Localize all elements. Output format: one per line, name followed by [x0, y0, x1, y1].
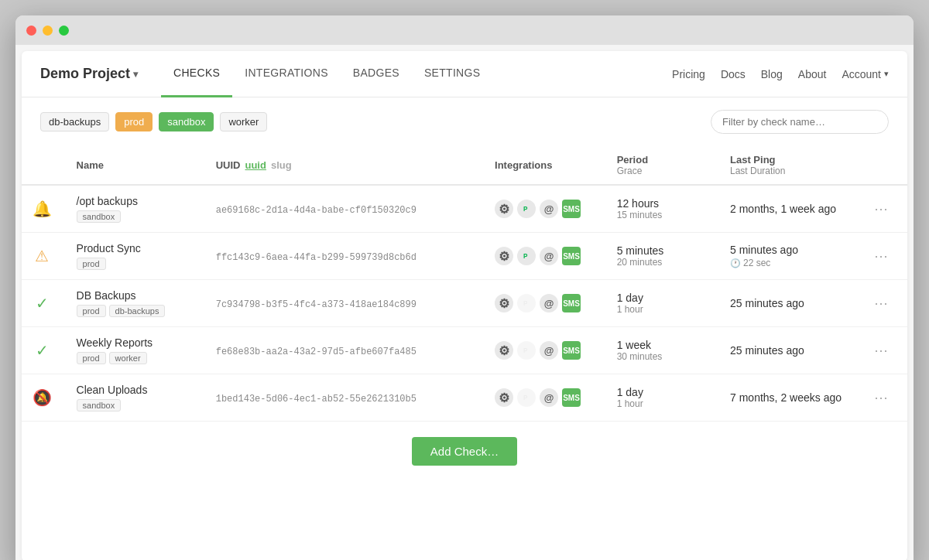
tag-sandbox[interactable]: sandbox [159, 112, 214, 131]
row-actions-button[interactable]: ⋯ [869, 388, 893, 408]
pagerduty-icon[interactable]: P [517, 388, 536, 407]
row-actions-button[interactable]: ⋯ [869, 246, 893, 266]
integrations-list: ⚙ P @ SMS [495, 341, 598, 360]
nav-right-links: Pricing Docs Blog About Account ▾ [672, 68, 889, 80]
minimize-button[interactable] [43, 26, 53, 36]
row-actions-button[interactable]: ⋯ [869, 293, 893, 313]
add-check-button[interactable]: Add Check… [412, 437, 517, 466]
check-tag[interactable]: db-backups [109, 305, 166, 317]
grace-value: 15 minutes [617, 210, 711, 220]
checks-table: Name UUID uuid slug Integrations Period … [22, 146, 907, 422]
tab-integrations[interactable]: INTEGRATIONS [232, 51, 341, 97]
maximize-button[interactable] [59, 26, 69, 36]
pagerduty-icon[interactable]: P [517, 247, 536, 265]
close-button[interactable] [26, 26, 36, 36]
email-icon[interactable]: @ [540, 341, 558, 360]
add-check-section: Add Check… [22, 422, 907, 481]
check-uuid: fe68e83b-aa2a-43a2-97d5-afbe607fa485 [216, 347, 417, 357]
lastping-duration: 🕐22 sec [730, 258, 851, 268]
check-name: Weekly Reports [77, 336, 197, 349]
check-name: Clean Uploads [77, 384, 197, 396]
grace-value: 30 minutes [617, 351, 711, 362]
pagerduty-icon[interactable]: P [517, 200, 536, 218]
check-uuid: 1bed143e-5d06-4ec1-ab52-55e2621310b5 [216, 394, 417, 405]
titlebar [15, 15, 914, 45]
pagerduty-icon[interactable]: P [517, 294, 536, 312]
grace-value: 20 minutes [617, 257, 711, 268]
th-actions [860, 146, 907, 185]
sms-icon[interactable]: SMS [562, 388, 581, 407]
email-icon[interactable]: @ [540, 388, 558, 407]
tab-checks[interactable]: CHECKS [161, 51, 232, 97]
uuid-slug-label: slug [271, 159, 292, 171]
check-tag[interactable]: prod [77, 258, 106, 270]
check-tags: sandbox [77, 210, 197, 223]
nav-docs-link[interactable]: Docs [721, 68, 746, 80]
th-name: Name [67, 146, 207, 185]
integrations-list: ⚙ P @ SMS [495, 247, 598, 265]
lastping-value: 25 minutes ago [730, 344, 851, 357]
integrations-list: ⚙ P @ SMS [495, 294, 598, 312]
integrations-list: ⚙ P @ SMS [495, 200, 598, 218]
integrations-list: ⚙ P @ SMS [495, 388, 598, 407]
webhook-icon[interactable]: ⚙ [495, 247, 513, 265]
svg-text:P: P [523, 394, 528, 401]
nav-pricing-link[interactable]: Pricing [672, 68, 705, 80]
top-navigation: Demo Project ▾ CHECKS INTEGRATIONS BADGE… [22, 51, 907, 97]
check-uuid: ae69168c-2d1a-4d4a-babe-cf0f150320c9 [216, 205, 417, 216]
th-status [22, 146, 67, 185]
filter-input-wrap [711, 110, 889, 134]
check-name: DB Backups [77, 289, 197, 302]
status-icon: ⚠ [31, 245, 53, 267]
check-tag[interactable]: sandbox [77, 210, 122, 223]
tag-db-backups[interactable]: db-backups [40, 112, 109, 131]
check-tag[interactable]: prod [77, 305, 106, 317]
period-value: 1 day [617, 386, 711, 398]
grace-value: 1 hour [617, 398, 711, 409]
webhook-icon[interactable]: ⚙ [495, 200, 513, 218]
uuid-link[interactable]: uuid [245, 159, 266, 171]
tab-badges[interactable]: BADGES [341, 51, 412, 97]
webhook-icon[interactable]: ⚙ [495, 294, 513, 312]
clock-icon: 🕐 [730, 258, 741, 268]
status-icon: 🔔 [31, 198, 53, 220]
check-tag[interactable]: worker [109, 352, 147, 364]
sms-icon[interactable]: SMS [562, 200, 581, 218]
table-row: ✓Weekly Reportsprodworkerfe68e83b-aa2a-4… [22, 327, 907, 374]
table-row: ⚠Product Syncprodffc143c9-6aea-44fa-b299… [22, 233, 907, 280]
email-icon[interactable]: @ [540, 200, 558, 218]
table-row: 🔔/opt backupssandboxae69168c-2d1a-4d4a-b… [22, 185, 907, 233]
check-uuid: 7c934798-b3f5-4fc4-a373-418ae184c899 [216, 299, 417, 310]
sms-icon[interactable]: SMS [562, 341, 581, 360]
email-icon[interactable]: @ [540, 247, 558, 265]
check-name: Product Sync [77, 242, 197, 254]
project-selector[interactable]: Demo Project ▾ [40, 66, 138, 82]
check-tags: proddb-backups [77, 305, 197, 317]
check-tags: prod [77, 258, 197, 270]
main-window: Demo Project ▾ CHECKS INTEGRATIONS BADGE… [15, 15, 914, 560]
svg-text:P: P [523, 206, 528, 213]
tag-worker[interactable]: worker [220, 112, 267, 131]
table-row: 🔕Clean Uploadssandbox1bed143e-5d06-4ec1-… [22, 374, 907, 422]
filter-input[interactable] [711, 110, 889, 134]
lastping-value: 7 months, 2 weeks ago [730, 391, 851, 404]
nav-about-link[interactable]: About [798, 68, 827, 80]
project-name-label: Demo Project [40, 66, 130, 82]
row-actions-button[interactable]: ⋯ [869, 340, 893, 360]
webhook-icon[interactable]: ⚙ [495, 388, 513, 407]
tag-prod[interactable]: prod [115, 112, 153, 131]
row-actions-button[interactable]: ⋯ [869, 199, 893, 219]
check-tag[interactable]: prod [77, 352, 106, 364]
webhook-icon[interactable]: ⚙ [495, 341, 513, 360]
svg-text:P: P [523, 347, 528, 354]
email-icon[interactable]: @ [540, 294, 558, 312]
th-lastping: Last Ping Last Duration [721, 146, 860, 185]
nav-account-link[interactable]: Account ▾ [842, 68, 889, 80]
sms-icon[interactable]: SMS [562, 247, 581, 265]
sms-icon[interactable]: SMS [562, 294, 581, 312]
nav-blog-link[interactable]: Blog [761, 68, 783, 80]
th-period: Period Grace [608, 146, 721, 185]
tab-settings[interactable]: SETTINGS [412, 51, 492, 97]
check-tag[interactable]: sandbox [77, 399, 122, 411]
pagerduty-icon[interactable]: P [517, 341, 536, 360]
